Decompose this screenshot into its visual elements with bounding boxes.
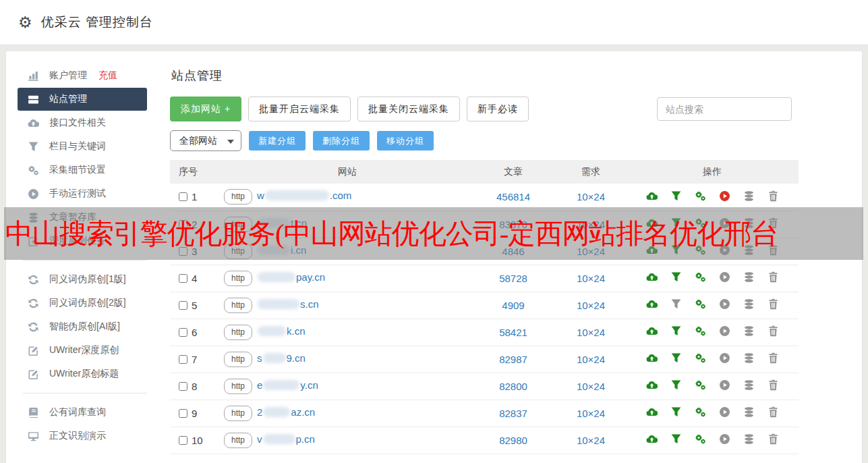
group-filter-select[interactable]: 全部网站: [170, 130, 241, 151]
gears-icon[interactable]: [695, 244, 706, 256]
sidebar-item-7[interactable]: 深度原创任务: [18, 229, 147, 252]
site-domain-link[interactable]: s.cn: [257, 298, 319, 310]
database-icon[interactable]: [743, 352, 755, 364]
play-icon[interactable]: [719, 325, 730, 337]
gears-icon[interactable]: [695, 298, 706, 310]
cloud-upload-icon[interactable]: [646, 379, 658, 391]
site-domain-link[interactable]: w.com: [257, 190, 351, 201]
sidebar-item-3[interactable]: 栏目与关键词: [18, 135, 147, 158]
demand-link[interactable]: 10×24: [577, 354, 605, 365]
play-icon[interactable]: [719, 190, 730, 202]
trash-icon[interactable]: [768, 271, 779, 283]
cloud-upload-icon[interactable]: [646, 244, 658, 256]
cloud-upload-icon[interactable]: [646, 271, 658, 283]
trash-icon[interactable]: [768, 244, 779, 256]
gears-icon[interactable]: [695, 271, 706, 283]
cloud-upload-icon[interactable]: [646, 190, 658, 202]
demand-link[interactable]: 10×24: [577, 219, 605, 230]
gears-icon[interactable]: [695, 406, 706, 418]
play-icon[interactable]: [719, 352, 730, 364]
cloud-upload-icon[interactable]: [646, 352, 658, 364]
site-domain-link[interactable]: s9.cn: [257, 352, 306, 364]
play-icon[interactable]: [719, 244, 730, 256]
row-checkbox[interactable]: [179, 274, 187, 283]
trash-icon[interactable]: [768, 406, 779, 418]
sidebar-item-4[interactable]: 采集细节设置: [18, 159, 147, 182]
http-badge[interactable]: http: [224, 325, 252, 340]
batch-enable-collect-button[interactable]: 批量开启云端采集: [248, 97, 351, 121]
site-domain-link[interactable]: t.cn: [257, 217, 307, 229]
new-group-button[interactable]: 新建分组: [249, 131, 306, 151]
http-badge[interactable]: http: [224, 244, 252, 259]
filter-icon[interactable]: [670, 325, 682, 337]
play-icon[interactable]: [719, 379, 730, 391]
articles-count-link[interactable]: 82980: [499, 435, 527, 446]
cloud-upload-icon[interactable]: [646, 298, 658, 310]
trash-icon[interactable]: [768, 433, 779, 445]
gears-icon[interactable]: [695, 325, 706, 337]
newbie-guide-button[interactable]: 新手必读: [467, 97, 529, 121]
sidebar-item-15[interactable]: 公有词库查询: [18, 401, 147, 424]
batch-disable-collect-button[interactable]: 批量关闭云端采集: [357, 97, 460, 121]
row-checkbox[interactable]: [179, 409, 187, 418]
articles-count-link[interactable]: 82987: [499, 354, 527, 365]
demand-link[interactable]: 10×24: [577, 300, 605, 311]
cloud-upload-icon[interactable]: [646, 406, 658, 418]
sidebar-item-11[interactable]: 智能伪原创[AI版]: [18, 315, 147, 338]
cloud-upload-icon[interactable]: [646, 217, 658, 229]
trash-icon[interactable]: [768, 379, 779, 391]
filter-icon[interactable]: [670, 406, 682, 418]
database-icon[interactable]: [743, 271, 755, 283]
filter-icon[interactable]: [670, 244, 682, 256]
site-domain-link[interactable]: ey.cn: [257, 379, 318, 391]
articles-count-link[interactable]: 58421: [499, 327, 527, 338]
articles-count-link[interactable]: 83870: [499, 219, 527, 230]
site-domain-link[interactable]: k.cn: [257, 325, 306, 337]
sidebar-item-1[interactable]: 站点管理: [18, 88, 147, 111]
articles-count-link[interactable]: 82800: [499, 381, 527, 392]
sidebar-item-13[interactable]: UWriter原创标题: [18, 362, 147, 385]
http-badge[interactable]: http: [224, 352, 252, 367]
articles-count-link[interactable]: 4846: [502, 246, 524, 257]
cloud-upload-icon[interactable]: [646, 325, 658, 337]
row-checkbox[interactable]: [179, 192, 187, 201]
trash-icon[interactable]: [768, 352, 779, 364]
site-domain-link[interactable]: pay.cn: [257, 271, 325, 283]
sidebar-item-10[interactable]: 同义词伪原创[2版]: [18, 292, 147, 315]
sidebar-item-9[interactable]: 同义词伪原创[1版]: [18, 268, 147, 291]
site-domain-link[interactable]: 2az.cn: [257, 406, 315, 418]
http-badge[interactable]: http: [224, 189, 252, 205]
filter-icon[interactable]: [670, 433, 682, 445]
delete-group-button[interactable]: 删除分组: [313, 131, 370, 151]
http-badge[interactable]: http: [224, 271, 252, 286]
database-icon[interactable]: [743, 190, 755, 202]
gears-icon[interactable]: [695, 190, 706, 202]
recharge-link[interactable]: 充值: [98, 70, 117, 82]
filter-icon[interactable]: [670, 298, 682, 310]
sidebar-item-5[interactable]: 手动运行测试: [18, 182, 147, 205]
row-checkbox[interactable]: [179, 247, 187, 256]
site-domain-link[interactable]: i.cn: [257, 244, 306, 256]
articles-count-link[interactable]: 4909: [502, 300, 524, 311]
http-badge[interactable]: http: [224, 298, 252, 313]
play-icon[interactable]: [719, 298, 730, 310]
row-checkbox[interactable]: [179, 355, 187, 364]
demand-link[interactable]: 10×24: [577, 408, 605, 419]
row-checkbox[interactable]: [179, 220, 187, 229]
move-group-button[interactable]: 移动分组: [377, 131, 434, 151]
demand-link[interactable]: 10×24: [577, 191, 605, 202]
demand-link[interactable]: 10×24: [577, 327, 605, 338]
demand-link[interactable]: 10×24: [577, 273, 605, 284]
row-checkbox[interactable]: [179, 328, 187, 337]
filter-icon[interactable]: [670, 271, 682, 283]
articles-count-link[interactable]: 58728: [499, 273, 527, 284]
database-icon[interactable]: [743, 298, 755, 310]
database-icon[interactable]: [743, 406, 755, 418]
articles-count-link[interactable]: 456814: [496, 191, 530, 202]
filter-icon[interactable]: [670, 190, 682, 202]
http-badge[interactable]: http: [224, 406, 252, 421]
site-search-input[interactable]: [657, 97, 792, 121]
play-icon[interactable]: [719, 433, 730, 445]
trash-icon[interactable]: [768, 325, 779, 337]
row-checkbox[interactable]: [179, 382, 187, 391]
